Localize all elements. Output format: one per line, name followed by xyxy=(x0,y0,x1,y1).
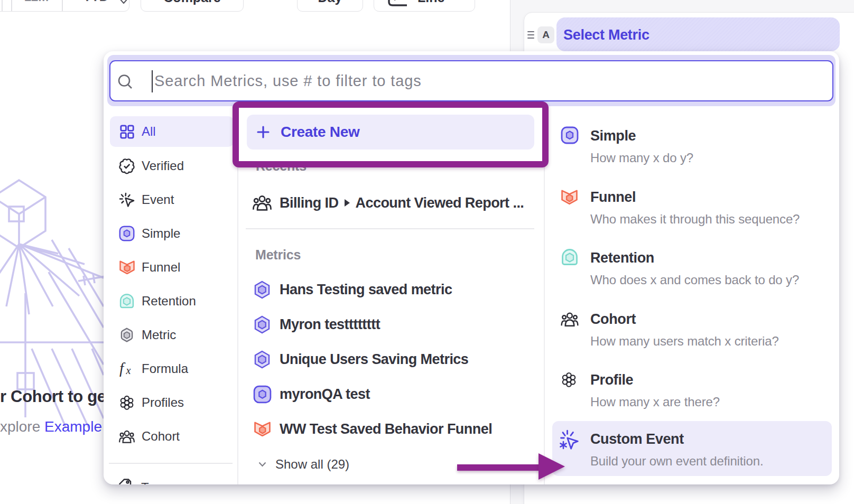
svg-text:x: x xyxy=(126,365,131,376)
svg-text:f: f xyxy=(119,361,126,377)
